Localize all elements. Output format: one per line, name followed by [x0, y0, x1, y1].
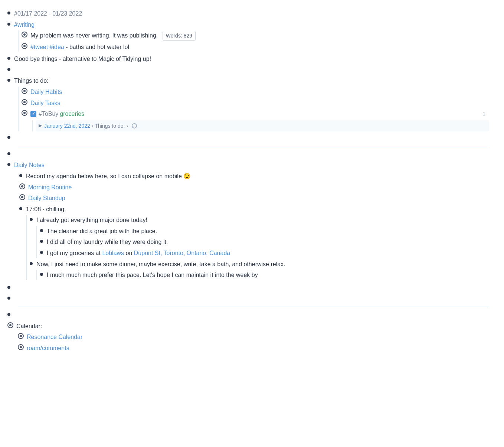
cleaner-text: The cleaner did a great job with the pla… — [47, 226, 489, 236]
inner-circle-dot — [22, 88, 27, 94]
daily-standup-link[interactable]: Daily Standup — [28, 195, 65, 201]
dupont-link[interactable]: Dupont St, Toronto, Ontario, Canada — [134, 250, 230, 256]
tweet-idea-link[interactable]: #tweet #idea — [30, 44, 64, 50]
loblaws-text: I got my groceries at Loblaws on Dupont … — [47, 248, 489, 258]
roam-comments-row: roam/comments — [18, 343, 489, 353]
inner-circle-dot — [18, 333, 24, 339]
empty-row-4 — [7, 283, 489, 293]
time-entry-text: 17:08 - chilling. — [26, 204, 489, 214]
goodbye-row: Good bye things - alternative to Magic o… — [7, 54, 489, 64]
daily-habits-link[interactable]: Daily Habits — [30, 89, 62, 95]
bullet-dot — [7, 152, 10, 155]
daily-standup-row: Daily Standup — [19, 193, 489, 203]
collapse-arrow[interactable]: ▶ — [39, 122, 42, 129]
empty-row-2 — [7, 133, 489, 143]
bullet-dot — [19, 207, 22, 210]
laundry-row: I did all of my laundry while they were … — [40, 237, 489, 247]
loblaws-row: I got my groceries at Loblaws on Dupont … — [40, 248, 489, 258]
section-divider-2 — [18, 307, 489, 307]
bullet-dot — [7, 163, 10, 166]
bullet-dot — [7, 297, 10, 300]
resonance-calendar-link[interactable]: Resonance Calendar — [27, 334, 82, 340]
tweet-idea-text: #tweet #idea - baths and hot water lol — [30, 42, 489, 52]
empty-row-5 — [7, 294, 489, 304]
daily-tasks-row: Daily Tasks — [22, 98, 489, 108]
writing-item1-row: My problem was never writing. It was pub… — [22, 30, 489, 40]
date-range-text: #01/17 2022 - 01/23 2022 — [14, 9, 489, 19]
inner-circle-dot — [19, 183, 25, 189]
things-to-do-row: Things to do: — [7, 76, 489, 86]
inner-circle-dot — [22, 99, 27, 105]
bullet-dot — [7, 68, 10, 71]
bullet-dot — [7, 23, 10, 26]
inner-circle-dot — [19, 194, 25, 200]
bullet-dot — [7, 286, 10, 289]
breadcrumb-middle: Things to do: — [95, 122, 125, 130]
inner-circle-dot — [22, 43, 27, 49]
breadcrumb-date[interactable]: January 22nd, 2022 — [44, 122, 90, 130]
bullet-dot — [30, 262, 33, 265]
breadcrumb-circle — [132, 123, 137, 128]
writing-tag-row: #writing — [7, 20, 489, 30]
prefer-row: I much much much prefer this pace. Let's… — [40, 270, 489, 280]
bullet-dot — [19, 174, 22, 177]
groceries-link[interactable]: groceries — [60, 109, 84, 119]
cleaner-row: The cleaner did a great job with the pla… — [40, 226, 489, 236]
empty-row — [7, 65, 489, 75]
writing-item1-text: My problem was never writing. It was pub… — [30, 30, 489, 40]
now-text: Now, I just need to make some dinner, ma… — [36, 259, 489, 269]
date-range-row: #01/17 2022 - 01/23 2022 — [7, 9, 489, 19]
laundry-text: I did all of my laundry while they were … — [47, 237, 489, 247]
bullet-dot — [7, 57, 10, 60]
daily-tasks-link[interactable]: Daily Tasks — [30, 100, 60, 106]
morning-routine-link[interactable]: Morning Routine — [28, 184, 72, 190]
daily-habits-row: Daily Habits — [22, 87, 489, 97]
tobuy-tag: #ToBuy — [39, 109, 58, 119]
roam-comments-link[interactable]: roam/comments — [27, 345, 69, 351]
bullet-dot — [7, 79, 10, 82]
daily-notes-row: Daily Notes — [7, 160, 489, 170]
tobuy-groceries-row: #ToBuy groceries 1 — [22, 109, 489, 119]
bullet-dot — [7, 136, 10, 139]
bullet-dot — [7, 313, 10, 316]
empty-row-6 — [7, 310, 489, 320]
bullet-dot — [40, 273, 43, 276]
inner-circle-dot — [18, 344, 24, 350]
calendar-label: Calendar: — [16, 321, 489, 331]
checkbox-checked[interactable] — [30, 111, 36, 117]
time-entry-row: 17:08 - chilling. — [19, 204, 489, 214]
section-divider — [18, 146, 489, 146]
inner-circle-dot — [22, 32, 27, 37]
already-done-row: I already got everything major done toda… — [30, 215, 489, 225]
words-badge: Words: 829 — [163, 31, 196, 40]
bullet-dot — [7, 12, 10, 14]
breadcrumb-row[interactable]: ▶ January 22nd, 2022 › Things to do: › — [36, 120, 489, 131]
already-done-text: I already got everything major done toda… — [36, 215, 489, 225]
empty-row-3 — [7, 149, 489, 159]
morning-routine-row: Morning Routine — [19, 182, 489, 192]
inner-circle-dot — [7, 322, 13, 328]
now-row: Now, I just need to make some dinner, ma… — [30, 259, 489, 269]
resonance-calendar-row: Resonance Calendar — [18, 332, 489, 342]
bullet-dot — [30, 218, 33, 221]
loblaws-link[interactable]: Loblaws — [102, 250, 124, 256]
prefer-text: I much much much prefer this pace. Let's… — [47, 270, 489, 280]
writing-tag: #writing — [14, 20, 489, 30]
things-to-do-label: Things to do: — [14, 76, 489, 86]
goodbye-text: Good bye things - alternative to Magic o… — [14, 54, 489, 64]
breadcrumb-sep1: › — [92, 122, 94, 130]
bullet-dot — [40, 229, 43, 232]
bullet-dot — [40, 251, 43, 254]
calendar-row: Calendar: — [7, 321, 489, 331]
record-agenda-text: Record my agenda below here, so I can co… — [26, 171, 489, 181]
daily-notes-link[interactable]: Daily Notes — [14, 162, 45, 168]
writing-link[interactable]: #writing — [14, 22, 35, 28]
bullet-dot — [40, 240, 43, 243]
tweet-idea-row: #tweet #idea - baths and hot water lol — [22, 42, 489, 52]
breadcrumb-sep2: › — [126, 122, 128, 130]
record-agenda-row: Record my agenda below here, so I can co… — [19, 171, 489, 181]
page-count: 1 — [483, 110, 485, 118]
inner-circle-dot — [22, 110, 27, 116]
